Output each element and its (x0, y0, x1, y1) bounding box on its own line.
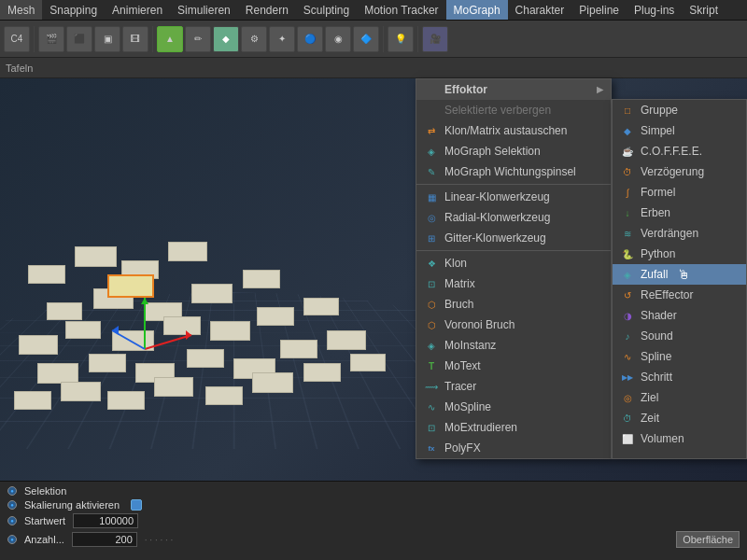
menu-motion-tracker[interactable]: Motion Tracker (357, 0, 445, 20)
linear-klonwerkzeug-btn[interactable]: ▦ Linear-Klonwerkzeug (416, 187, 611, 207)
scene-obj (61, 382, 101, 401)
verdraengen-btn[interactable]: ≋ Verdrängen (613, 223, 746, 244)
sound-btn[interactable]: ♪ Sound (613, 326, 746, 346)
toolbar-btn-4[interactable]: ▣ (94, 26, 120, 52)
mospline-label: MoSpline (444, 400, 491, 413)
selektierte-verbergen[interactable]: Selektierte verbergen (416, 100, 611, 120)
motext-btn[interactable]: T MoText (416, 356, 611, 376)
spline-label: Spline (641, 350, 671, 363)
menu-pipeline[interactable]: Pipeline (571, 0, 627, 20)
reeffector-label: ReEffector (641, 288, 693, 301)
matrix-btn[interactable]: ⊡ Matrix (416, 273, 611, 294)
scene-obj (89, 354, 126, 372)
wichtungspinsel-btn[interactable]: ✎ MoGraph Wichtungspinsel (416, 161, 611, 182)
polyfx-btn[interactable]: fx PolyFX (416, 438, 611, 458)
gruppe-icon: □ (620, 103, 635, 118)
linear-label: Linear-Klonwerkzeug (444, 190, 550, 203)
mograph-selektion-btn[interactable]: ◈ MoGraph Selektion (416, 141, 611, 161)
shader-btn[interactable]: ◑ Shader (613, 305, 746, 326)
toolbar-btn-10[interactable]: ✦ (269, 26, 295, 52)
schritt-btn[interactable]: ▶▶ Schritt (613, 367, 746, 387)
menu-charakter[interactable]: Charakter (508, 0, 572, 20)
hide-label: Selektierte verbergen (444, 104, 551, 117)
verzoegerung-btn[interactable]: ⏱ Verzögerung (613, 161, 746, 182)
ziel-btn[interactable]: ◎ Ziel (613, 387, 746, 408)
radial-klonwerkzeug-btn[interactable]: ◎ Radial-Klonwerkzeug (416, 207, 611, 228)
ziel-label: Ziel (641, 391, 658, 404)
toolbar-btn-3[interactable]: ⬛ (66, 26, 92, 52)
menu-simulieren[interactable]: Simulieren (170, 0, 238, 20)
menu-snapping[interactable]: Snapping (42, 0, 105, 20)
shader-label: Shader (641, 309, 677, 322)
toolbar-btn-8[interactable]: ◆ (213, 26, 239, 52)
scene-obj (163, 316, 201, 335)
effoktor-label: Effoktor (444, 83, 487, 96)
coffee-btn[interactable]: ☕ C.O.F.F.E.E. (613, 141, 746, 161)
bruch-icon: ⬡ (424, 297, 439, 312)
mograph-selektion-label: MoGraph Selektion (444, 145, 541, 158)
toolbar-btn-2[interactable]: 🎬 (38, 26, 64, 52)
toolbar-btn-5[interactable]: 🎞 (122, 26, 148, 52)
moinstanz-btn[interactable]: ◈ MoInstanz (416, 335, 611, 356)
volumen-icon: ⬜ (620, 431, 635, 446)
scene-obj (252, 372, 293, 393)
toolbar-sep-3 (383, 26, 384, 52)
klon-matrix-btn[interactable]: ⇄ Klon/Matrix austauschen (416, 120, 611, 141)
toolbar-btn-6[interactable]: ▲ (157, 26, 183, 52)
radio-anzahl[interactable] (7, 535, 17, 544)
mospline-btn[interactable]: ∿ MoSpline (416, 397, 611, 417)
selected-obj[interactable] (107, 274, 154, 298)
menu-plugins[interactable]: Plug-ins (627, 0, 682, 20)
radio-startwert[interactable] (7, 516, 17, 525)
volumen-btn[interactable]: ⬜ Volumen (613, 428, 746, 449)
startwert-label: Startwert (24, 515, 65, 526)
main-area: Effoktor Selektierte verbergen ⇄ Klon/Ma… (0, 78, 747, 560)
skalierung-checkbox[interactable] (131, 499, 142, 511)
erben-btn[interactable]: ↓ Erben (613, 203, 746, 223)
menu-mesh[interactable]: Mesh (0, 0, 42, 20)
reeffector-btn[interactable]: ↺ ReEffector (613, 285, 746, 305)
tracer-btn[interactable]: ⟿ Tracer (416, 376, 611, 397)
toolbar-btn-14[interactable]: 💡 (388, 26, 414, 52)
startwert-input[interactable] (73, 513, 138, 528)
spline-icon: ∿ (620, 349, 635, 364)
sound-icon: ♪ (620, 329, 635, 343)
menu-rendern[interactable]: Rendern (238, 0, 296, 20)
bruch-label: Bruch (444, 298, 473, 311)
zufall-label: Zufall (641, 268, 668, 281)
bruch-btn[interactable]: ⬡ Bruch (416, 294, 611, 315)
sound-label: Sound (641, 329, 673, 343)
anzahl-input[interactable] (72, 532, 137, 547)
toolbar-btn-11[interactable]: 🔵 (297, 26, 323, 52)
gruppe-btn[interactable]: □ Gruppe (613, 100, 746, 120)
toolbar-btn-cam[interactable]: 🎥 (422, 26, 448, 52)
coffee-icon: ☕ (620, 144, 635, 159)
moextrudieren-btn[interactable]: ⊡ MoExtrudieren (416, 417, 611, 438)
klon-btn[interactable]: ❖ Klon (416, 253, 611, 273)
scene-obj (37, 363, 78, 384)
menu-mograph[interactable]: MoGraph (446, 0, 508, 20)
shader-icon: ◑ (620, 308, 635, 323)
formel-icon: ∫ (620, 185, 635, 200)
toolbar-btn-13[interactable]: 🔷 (353, 26, 379, 52)
menu-animieren[interactable]: Animieren (105, 0, 170, 20)
toolbar-btn-12[interactable]: ◉ (325, 26, 351, 52)
toolbar-btn-7[interactable]: ✏ (185, 26, 211, 52)
mograph-dropdown: Effoktor Selektierte verbergen ⇄ Klon/Ma… (416, 78, 612, 459)
python-btn[interactable]: 🐍 Python (613, 244, 746, 264)
voronoi-bruch-btn[interactable]: ⬡ Voronoi Bruch (416, 315, 611, 335)
surface-button[interactable]: Oberfläche (676, 531, 740, 548)
gitter-klonwerkzeug-btn[interactable]: ⊞ Gitter-Klonwerkzeug (416, 228, 611, 248)
effoktor-submenu[interactable]: Effoktor (416, 79, 611, 100)
spline-btn[interactable]: ∿ Spline (613, 346, 746, 367)
menu-sculpting[interactable]: Sculpting (296, 0, 357, 20)
toolbar-btn-1[interactable]: C4 (4, 26, 30, 52)
radio-skalierung[interactable] (7, 500, 17, 510)
menu-skript[interactable]: Skript (682, 0, 726, 20)
formel-btn[interactable]: ∫ Formel (613, 182, 746, 203)
toolbar-btn-9[interactable]: ⚙ (241, 26, 267, 52)
simpel-btn[interactable]: ◆ Simpel (613, 120, 746, 141)
zeit-btn[interactable]: ⏱ Zeit (613, 408, 746, 428)
radio-selektion[interactable] (7, 486, 17, 496)
zufall-btn[interactable]: ◈ Zufall 🖱 (613, 264, 746, 285)
